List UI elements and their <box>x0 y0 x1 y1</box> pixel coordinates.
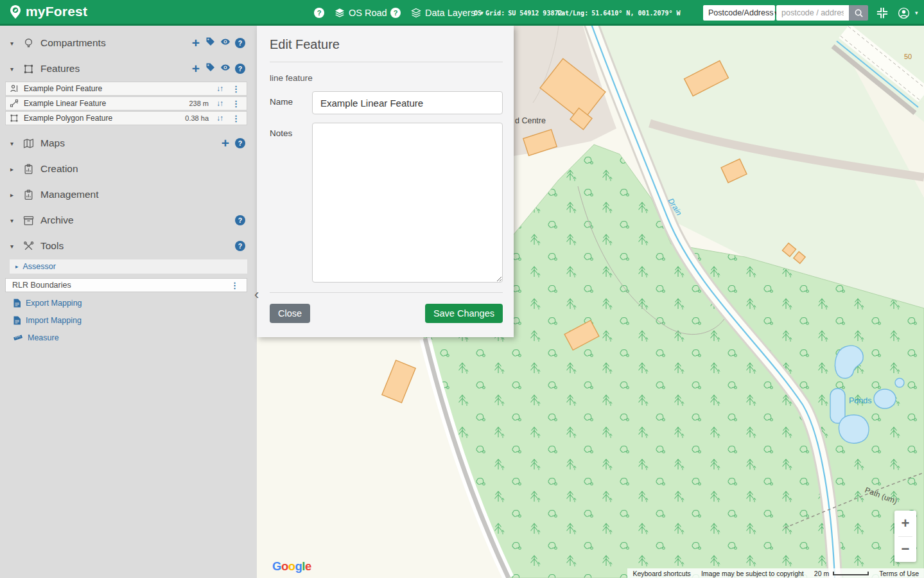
caret-right-icon[interactable]: ▸ <box>10 191 21 198</box>
export-mapping-link[interactable]: Export Mapping <box>13 296 257 310</box>
top-header: myForest ? OS Road ▾ ? Data Layers ▾ OS … <box>0 0 924 26</box>
reorder-icon[interactable]: ↓↑ <box>216 114 223 123</box>
save-changes-button[interactable]: Save Changes <box>425 304 503 323</box>
caret-down-icon[interactable]: ▾ <box>10 140 21 147</box>
line-feature-icon <box>10 99 19 109</box>
section-management: ▸ Management <box>0 182 257 207</box>
data-layers-help[interactable]: ? <box>390 0 401 26</box>
sidebar-item-maps[interactable]: Maps <box>40 137 220 149</box>
section-archive: ▾ Archive ? <box>0 207 257 233</box>
close-button[interactable]: Close <box>270 304 310 323</box>
feature-row-polygon[interactable]: Example Polygon Feature 0.38 ha ↓↑ ⋮ <box>5 111 247 125</box>
reorder-icon[interactable]: ↓↑ <box>216 84 223 93</box>
feature-row-linear[interactable]: Example Linear Feature 238 m ↓↑ ⋮ <box>5 96 247 110</box>
add-map-button[interactable]: + <box>220 138 231 148</box>
scale-bar <box>833 572 869 575</box>
help-icon[interactable]: ? <box>390 8 401 18</box>
help-icon[interactable]: ? <box>235 138 245 148</box>
brand[interactable]: myForest <box>9 4 87 19</box>
panel-title: Edit Feature <box>270 26 503 52</box>
panel-divider-top <box>270 62 503 62</box>
eye-icon[interactable] <box>220 37 231 49</box>
section-maps: ▾ Maps + ? <box>0 130 257 156</box>
caret-down-icon[interactable]: ▾ <box>10 243 21 250</box>
sidebar-item-tools[interactable]: Tools <box>40 240 235 252</box>
fullscreen-toggle[interactable] <box>876 0 889 26</box>
layers-icon <box>335 8 345 18</box>
os-grid-label: OS Grid: <box>474 10 505 17</box>
feature-menu-button[interactable]: ⋮ <box>232 114 240 123</box>
tools-icon <box>23 241 34 252</box>
basemap-label: OS Road <box>349 8 387 18</box>
sidebar-item-creation[interactable]: Creation <box>40 163 245 175</box>
account-menu[interactable]: ▾ <box>898 0 918 26</box>
copyright-note: Image may be subject to copyright <box>696 568 809 578</box>
caret-down-icon[interactable]: ▾ <box>10 40 21 47</box>
map-label-road-number: 50 <box>904 53 912 60</box>
help-icon[interactable]: ? <box>235 215 245 225</box>
map-scale: 20 m <box>809 568 874 578</box>
measure-link[interactable]: Measure <box>13 331 257 344</box>
user-icon <box>898 7 910 19</box>
basemap-dropdown[interactable]: OS Road ▾ <box>335 0 395 26</box>
assessor-row[interactable]: ▸ Assessor <box>10 259 247 274</box>
panel-divider-bottom <box>270 292 503 293</box>
layers-outline-icon <box>411 8 421 18</box>
rlr-menu-button[interactable]: ⋮ <box>231 281 239 290</box>
google-logo[interactable]: Google <box>272 559 311 574</box>
map-attribution: Keyboard shortcuts Image may be subject … <box>627 568 924 578</box>
feature-menu-button[interactable]: ⋮ <box>232 84 240 94</box>
os-grid-value: SU 54912 93872 <box>508 10 562 17</box>
feature-measure: 238 m <box>189 100 209 107</box>
eye-icon[interactable] <box>220 62 231 75</box>
polygon-icon <box>23 64 34 74</box>
search-mode-select[interactable]: Postcode/Address ▾ <box>703 5 775 21</box>
latlng-readout: Lat/Lng: 51.6410° N, 001.2079° W <box>557 0 681 26</box>
chevron-down-icon: ▾ <box>915 10 918 16</box>
help-icon[interactable]: ? <box>235 38 245 48</box>
feature-row-point[interactable]: Example Point Feature ↓↑ ⋮ <box>5 82 247 96</box>
help-icon[interactable]: ? <box>314 8 324 18</box>
archive-icon <box>23 215 34 226</box>
panel-collapse-chevron[interactable]: ‹ <box>254 288 259 302</box>
sidebar-item-features[interactable]: Features <box>40 63 191 74</box>
tag-icon[interactable] <box>205 62 216 75</box>
add-compartment-button[interactable]: + <box>191 38 201 48</box>
name-label: Name <box>270 91 312 114</box>
search-icon <box>854 8 864 18</box>
map-label-centre: d Centre <box>515 116 546 125</box>
sidebar: ▾ Compartments + ? ▾ Features + ? Exampl… <box>0 26 257 578</box>
notes-textarea[interactable] <box>312 123 503 283</box>
terms-of-use-link[interactable]: Terms of Use <box>874 568 924 578</box>
search-mode-value: Postcode/Address <box>708 8 773 17</box>
caret-right-icon[interactable]: ▸ <box>10 166 21 173</box>
name-input[interactable] <box>312 91 503 114</box>
data-layers-dropdown[interactable]: Data Layers ▾ <box>411 0 484 26</box>
tag-icon[interactable] <box>205 37 216 49</box>
rlr-boundaries-row[interactable]: RLR Boundaries ⋮ <box>5 278 247 292</box>
report-icon <box>23 189 34 200</box>
sidebar-item-compartments[interactable]: Compartments <box>40 37 191 49</box>
caret-down-icon[interactable]: ▾ <box>10 66 21 73</box>
tree-icon <box>23 38 34 49</box>
help-icon[interactable]: ? <box>235 64 245 74</box>
keyboard-shortcuts-link[interactable]: Keyboard shortcuts <box>627 568 695 578</box>
zoom-out-button[interactable]: − <box>894 537 916 563</box>
caret-down-icon[interactable]: ▾ <box>10 217 21 224</box>
section-features: ▾ Features + ? <box>0 56 257 82</box>
search-button[interactable] <box>849 5 868 21</box>
assessor-label: Assessor <box>23 262 56 271</box>
sidebar-item-management[interactable]: Management <box>40 189 245 200</box>
scale-text: 20 m <box>814 570 829 577</box>
reorder-icon[interactable]: ↓↑ <box>216 99 223 108</box>
help-icon[interactable]: ? <box>235 241 245 251</box>
data-layers-label: Data Layers <box>425 8 475 18</box>
sidebar-item-archive[interactable]: Archive <box>40 215 235 226</box>
import-mapping-link[interactable]: Import Mapping <box>13 313 257 327</box>
rlr-boundaries-label: RLR Boundaries <box>12 281 231 290</box>
feature-menu-button[interactable]: ⋮ <box>232 99 240 109</box>
search-input[interactable] <box>776 5 849 21</box>
os-road-help[interactable]: ? <box>314 0 324 26</box>
add-feature-button[interactable]: + <box>191 64 201 74</box>
zoom-in-button[interactable]: + <box>894 511 916 536</box>
